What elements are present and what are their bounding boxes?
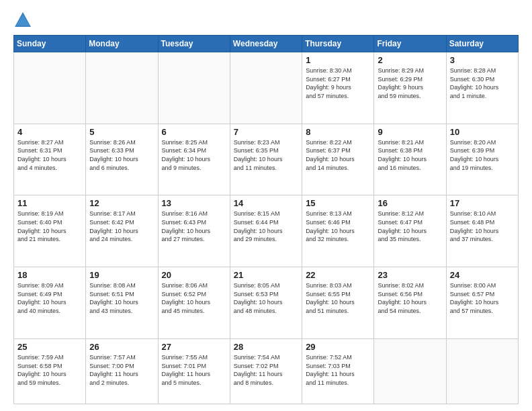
calendar-cell: 13Sunrise: 8:16 AM Sunset: 6:43 PM Dayli… [158, 195, 230, 267]
calendar-cell: 27Sunrise: 7:55 AM Sunset: 7:01 PM Dayli… [158, 338, 230, 404]
day-number: 9 [378, 127, 442, 137]
calendar-cell: 15Sunrise: 8:13 AM Sunset: 6:46 PM Dayli… [302, 195, 374, 267]
day-number: 5 [89, 127, 154, 137]
day-number: 18 [17, 270, 82, 280]
day-number: 12 [89, 198, 154, 208]
day-info: Sunrise: 8:12 AM Sunset: 6:47 PM Dayligh… [378, 210, 442, 243]
day-info: Sunrise: 8:26 AM Sunset: 6:33 PM Dayligh… [89, 138, 154, 172]
calendar-week-3: 11Sunrise: 8:19 AM Sunset: 6:40 PM Dayli… [14, 195, 519, 267]
calendar-cell: 5Sunrise: 8:26 AM Sunset: 6:33 PM Daylig… [86, 124, 158, 195]
calendar-cell [86, 52, 158, 124]
svg-marker-1 [16, 15, 30, 26]
day-info: Sunrise: 8:22 AM Sunset: 6:37 PM Dayligh… [306, 138, 370, 172]
calendar-cell: 3Sunrise: 8:28 AM Sunset: 6:30 PM Daylig… [446, 52, 518, 124]
calendar-cell: 10Sunrise: 8:20 AM Sunset: 6:39 PM Dayli… [446, 124, 518, 195]
day-info: Sunrise: 8:05 AM Sunset: 6:53 PM Dayligh… [234, 281, 298, 315]
day-info: Sunrise: 8:19 AM Sunset: 6:40 PM Dayligh… [17, 210, 82, 243]
calendar-table: Sunday Monday Tuesday Wednesday Thursday… [13, 35, 519, 404]
day-info: Sunrise: 7:57 AM Sunset: 7:00 PM Dayligh… [89, 353, 154, 387]
calendar-cell: 14Sunrise: 8:15 AM Sunset: 6:44 PM Dayli… [230, 195, 302, 267]
day-number: 29 [306, 342, 370, 352]
day-number: 25 [17, 342, 82, 352]
day-info: Sunrise: 8:02 AM Sunset: 6:56 PM Dayligh… [378, 281, 442, 315]
col-tuesday: Tuesday [158, 36, 230, 52]
day-number: 13 [162, 198, 226, 208]
calendar-week-2: 4Sunrise: 8:27 AM Sunset: 6:31 PM Daylig… [14, 124, 519, 195]
day-number: 21 [234, 270, 298, 280]
header [13, 11, 519, 30]
day-info: Sunrise: 8:23 AM Sunset: 6:35 PM Dayligh… [234, 138, 298, 172]
day-number: 8 [306, 127, 370, 137]
calendar-cell: 20Sunrise: 8:06 AM Sunset: 6:52 PM Dayli… [158, 267, 230, 339]
day-info: Sunrise: 8:03 AM Sunset: 6:55 PM Dayligh… [306, 281, 370, 315]
day-info: Sunrise: 8:06 AM Sunset: 6:52 PM Dayligh… [162, 281, 226, 315]
page: Sunday Monday Tuesday Wednesday Thursday… [0, 0, 532, 411]
calendar-cell: 9Sunrise: 8:21 AM Sunset: 6:38 PM Daylig… [374, 124, 446, 195]
calendar-cell: 24Sunrise: 8:00 AM Sunset: 6:57 PM Dayli… [446, 267, 518, 339]
calendar-cell: 11Sunrise: 8:19 AM Sunset: 6:40 PM Dayli… [14, 195, 86, 267]
day-info: Sunrise: 8:25 AM Sunset: 6:34 PM Dayligh… [162, 138, 226, 172]
day-number: 24 [450, 270, 515, 280]
day-number: 27 [162, 342, 226, 352]
calendar-cell: 18Sunrise: 8:09 AM Sunset: 6:49 PM Dayli… [14, 267, 86, 339]
calendar-cell: 2Sunrise: 8:29 AM Sunset: 6:29 PM Daylig… [374, 52, 446, 124]
calendar-cell [230, 52, 302, 124]
day-number: 19 [89, 270, 154, 280]
day-info: Sunrise: 8:17 AM Sunset: 6:42 PM Dayligh… [89, 210, 154, 243]
day-info: Sunrise: 8:00 AM Sunset: 6:57 PM Dayligh… [450, 281, 515, 315]
day-number: 6 [162, 127, 226, 137]
calendar-cell: 6Sunrise: 8:25 AM Sunset: 6:34 PM Daylig… [158, 124, 230, 195]
day-number: 23 [378, 270, 442, 280]
day-info: Sunrise: 8:29 AM Sunset: 6:29 PM Dayligh… [378, 66, 442, 100]
calendar-cell [14, 52, 86, 124]
calendar-cell: 17Sunrise: 8:10 AM Sunset: 6:48 PM Dayli… [446, 195, 518, 267]
day-info: Sunrise: 8:21 AM Sunset: 6:38 PM Dayligh… [378, 138, 442, 172]
calendar-header-row: Sunday Monday Tuesday Wednesday Thursday… [14, 36, 519, 52]
calendar-week-4: 18Sunrise: 8:09 AM Sunset: 6:49 PM Dayli… [14, 267, 519, 339]
day-number: 10 [450, 127, 515, 137]
col-wednesday: Wednesday [230, 36, 302, 52]
day-number: 28 [234, 342, 298, 352]
day-number: 7 [234, 127, 298, 137]
day-info: Sunrise: 8:20 AM Sunset: 6:39 PM Dayligh… [450, 138, 515, 172]
day-info: Sunrise: 8:30 AM Sunset: 6:27 PM Dayligh… [306, 66, 370, 100]
calendar-week-1: 1Sunrise: 8:30 AM Sunset: 6:27 PM Daylig… [14, 52, 519, 124]
day-number: 22 [306, 270, 370, 280]
day-number: 2 [378, 55, 442, 65]
day-number: 16 [378, 198, 442, 208]
day-number: 20 [162, 270, 226, 280]
day-number: 26 [89, 342, 154, 352]
day-info: Sunrise: 8:28 AM Sunset: 6:30 PM Dayligh… [450, 66, 515, 100]
day-number: 11 [17, 198, 82, 208]
day-number: 1 [306, 55, 370, 65]
col-saturday: Saturday [446, 36, 518, 52]
logo [13, 11, 35, 30]
col-sunday: Sunday [14, 36, 86, 52]
calendar-cell: 19Sunrise: 8:08 AM Sunset: 6:51 PM Dayli… [86, 267, 158, 339]
day-info: Sunrise: 7:52 AM Sunset: 7:03 PM Dayligh… [306, 353, 370, 387]
calendar-cell: 22Sunrise: 8:03 AM Sunset: 6:55 PM Dayli… [302, 267, 374, 339]
calendar-cell: 7Sunrise: 8:23 AM Sunset: 6:35 PM Daylig… [230, 124, 302, 195]
day-number: 3 [450, 55, 515, 65]
day-info: Sunrise: 8:13 AM Sunset: 6:46 PM Dayligh… [306, 210, 370, 243]
calendar-cell: 25Sunrise: 7:59 AM Sunset: 6:58 PM Dayli… [14, 338, 86, 404]
day-number: 14 [234, 198, 298, 208]
calendar-week-5: 25Sunrise: 7:59 AM Sunset: 6:58 PM Dayli… [14, 338, 519, 404]
day-info: Sunrise: 7:55 AM Sunset: 7:01 PM Dayligh… [162, 353, 226, 387]
calendar-cell: 29Sunrise: 7:52 AM Sunset: 7:03 PM Dayli… [302, 338, 374, 404]
calendar-cell: 16Sunrise: 8:12 AM Sunset: 6:47 PM Dayli… [374, 195, 446, 267]
day-info: Sunrise: 7:54 AM Sunset: 7:02 PM Dayligh… [234, 353, 298, 387]
calendar-cell [374, 338, 446, 404]
col-monday: Monday [86, 36, 158, 52]
day-number: 15 [306, 198, 370, 208]
calendar-cell: 28Sunrise: 7:54 AM Sunset: 7:02 PM Dayli… [230, 338, 302, 404]
day-info: Sunrise: 8:27 AM Sunset: 6:31 PM Dayligh… [17, 138, 82, 172]
calendar-cell: 23Sunrise: 8:02 AM Sunset: 6:56 PM Dayli… [374, 267, 446, 339]
day-info: Sunrise: 8:08 AM Sunset: 6:51 PM Dayligh… [89, 281, 154, 315]
calendar-cell: 26Sunrise: 7:57 AM Sunset: 7:00 PM Dayli… [86, 338, 158, 404]
calendar-cell: 21Sunrise: 8:05 AM Sunset: 6:53 PM Dayli… [230, 267, 302, 339]
col-friday: Friday [374, 36, 446, 52]
calendar-cell: 8Sunrise: 8:22 AM Sunset: 6:37 PM Daylig… [302, 124, 374, 195]
col-thursday: Thursday [302, 36, 374, 52]
day-info: Sunrise: 8:10 AM Sunset: 6:48 PM Dayligh… [450, 210, 515, 243]
